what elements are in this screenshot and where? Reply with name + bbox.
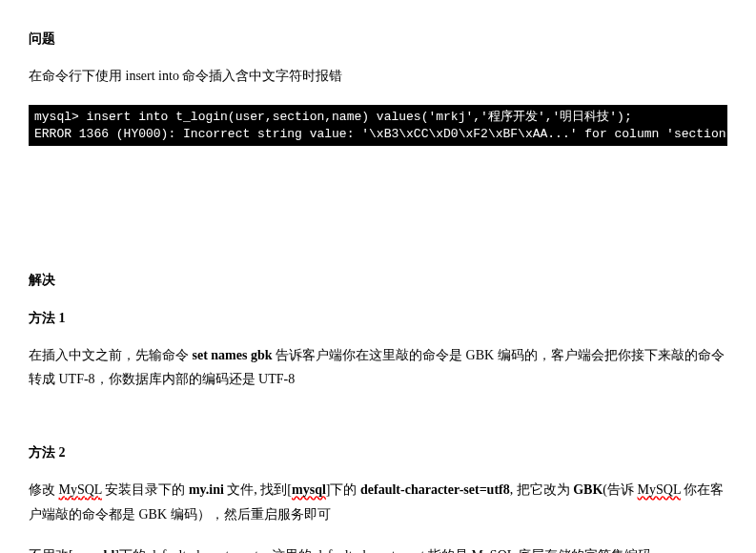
heading-solution: 解决 [29,268,727,292]
text: 修改 [29,482,59,497]
text: 在插入中文之前，先输命令 [29,348,193,362]
word-myini: my.ini [189,482,224,497]
text: (告诉 [603,482,637,497]
paragraph-method-1: 在插入中文之前，先输命令 set names gbk 告诉客户端你在这里敲的命令… [29,343,727,391]
word-mysql: MySQL [638,482,681,497]
text: 文件, 找到[ [224,482,292,497]
text: 底层存储的字符集编码 [515,548,652,553]
word-dcs: default-character-set=utf8 [360,482,510,497]
paragraph-problem: 在命令行下使用 insert into 命令插入含中文字符时报错 [29,64,727,88]
text: ]下的 default-character-set，这里的 default-ch… [114,548,471,553]
paragraph-method-2a: 修改 MySQL 安装目录下的 my.ini 文件, 找到[mysql]下的 d… [29,478,727,525]
terminal-block: mysql> insert into t_login(user,section,… [29,105,727,146]
paragraph-method-2b: 不用改[mysqld]下的 default-character-set，这里的 … [29,543,727,553]
heading-method-1: 方法 1 [29,306,727,330]
terminal-line-1: mysql> insert into t_login(user,section,… [34,110,632,124]
heading-method-2: 方法 2 [29,440,727,464]
text: ]下的 [326,482,360,497]
word-mysqld: mysqld [73,548,115,553]
word-mysql-bracket: mysql [292,482,326,497]
heading-problem: 问题 [29,27,727,51]
cmd-set-names: set names gbk [193,348,273,362]
gap [29,408,727,440]
gap [29,163,727,268]
word-gbk: GBK [573,482,603,497]
word-mysql: MySQL [59,482,102,497]
text: 安装目录下的 [102,482,189,497]
text: 不用改[ [29,548,73,553]
terminal-line-2: ERROR 1366 (HY000): Incorrect string val… [34,127,727,141]
word-mysql: MySQL [471,548,514,553]
text: , 把它改为 [510,482,574,497]
